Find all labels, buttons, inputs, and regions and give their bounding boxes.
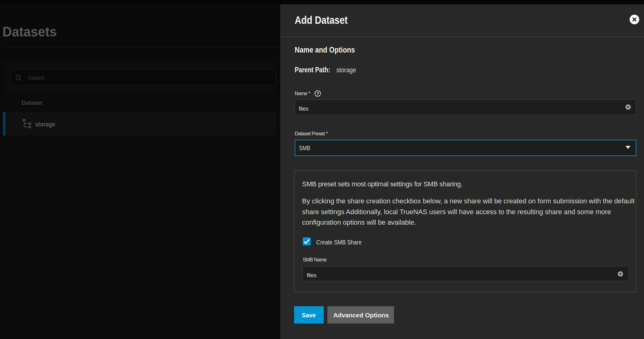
svg-text:?: ? bbox=[316, 91, 319, 96]
